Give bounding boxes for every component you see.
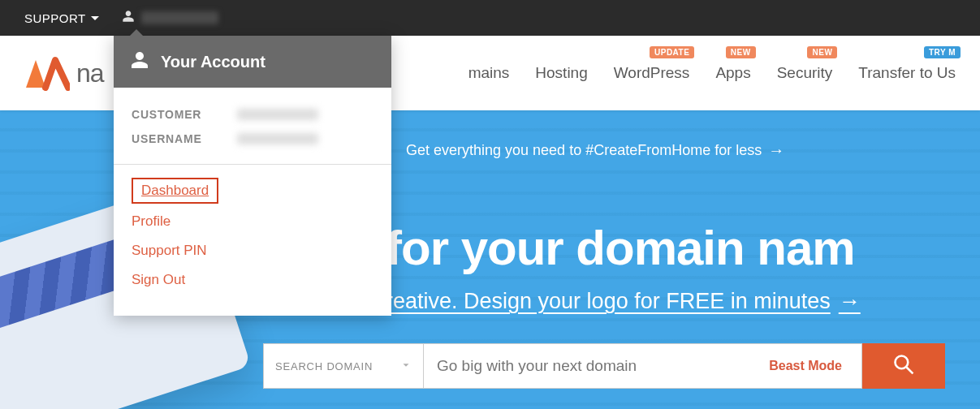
dropdown-menu: Dashboard Profile Support PIN Sign Out <box>114 165 391 316</box>
topbar: SUPPORT <box>0 0 980 36</box>
chevron-down-icon <box>400 359 412 373</box>
customer-label: CUSTOMER <box>132 108 237 121</box>
menu-support-pin[interactable]: Support PIN <box>132 236 373 265</box>
support-label: SUPPORT <box>24 11 86 25</box>
badge-update: UPDATE <box>650 46 694 58</box>
nav-item-domains[interactable]: mains <box>468 64 510 82</box>
caret-down-icon <box>91 16 99 20</box>
dropdown-arrow-icon <box>130 29 143 36</box>
search-button[interactable] <box>862 343 945 389</box>
account-dropdown: Your Account CUSTOMER USERNAME Dashboard… <box>114 36 391 316</box>
logo[interactable]: na <box>24 55 104 91</box>
promo-text: Get everything you need to #CreateFromHo… <box>406 142 762 159</box>
badge-new: NEW <box>726 46 756 58</box>
user-menu-trigger[interactable] <box>122 10 218 26</box>
hero-subline-text: reative. Design your logo for FREE in mi… <box>386 289 831 314</box>
search-dropdown-label: SEARCH DOMAIN <box>275 360 373 372</box>
menu-sign-out[interactable]: Sign Out <box>132 265 373 295</box>
logo-text: na <box>76 58 104 88</box>
svg-point-0 <box>896 356 909 369</box>
nav-items: mains Hosting UPDATE WordPress NEW Apps … <box>468 64 956 82</box>
user-icon <box>130 50 149 73</box>
dropdown-title: Your Account <box>161 53 266 71</box>
badge-try: TRY M <box>924 46 961 58</box>
search-input[interactable] <box>437 357 729 375</box>
nav-item-transfer[interactable]: TRY M Transfer to Us <box>858 64 956 82</box>
nav-item-wordpress[interactable]: UPDATE WordPress <box>614 64 690 82</box>
search-type-dropdown[interactable]: SEARCH DOMAIN <box>263 343 424 389</box>
arrow-right-icon: → <box>839 289 861 314</box>
hero-subline-link[interactable]: reative. Design your logo for FREE in mi… <box>386 289 861 314</box>
nav-item-apps[interactable]: NEW Apps <box>715 64 750 82</box>
arrow-right-icon: → <box>768 141 784 160</box>
promo-bar[interactable]: Get everything you need to #CreateFromHo… <box>406 141 784 160</box>
customer-value-redacted <box>237 109 318 120</box>
support-menu[interactable]: SUPPORT <box>24 11 99 25</box>
customer-row: CUSTOMER <box>132 102 373 127</box>
domain-search: SEARCH DOMAIN Beast Mode <box>263 343 945 389</box>
svg-line-1 <box>907 368 913 374</box>
user-icon <box>122 10 135 26</box>
username-value-redacted <box>237 133 318 144</box>
badge-new: NEW <box>807 46 837 58</box>
menu-profile[interactable]: Profile <box>132 207 373 236</box>
hero-headline: for your domain nam <box>386 220 855 276</box>
account-info: CUSTOMER USERNAME <box>114 88 391 165</box>
beast-mode-link[interactable]: Beast Mode <box>769 359 842 373</box>
menu-dashboard[interactable]: Dashboard <box>132 178 218 204</box>
nav-item-security[interactable]: NEW Security <box>777 64 833 82</box>
username-label: USERNAME <box>132 132 237 145</box>
dropdown-header: Your Account <box>114 36 391 88</box>
logo-mark-icon <box>24 55 70 91</box>
search-icon <box>892 353 915 379</box>
username-redacted <box>141 11 218 24</box>
username-row: USERNAME <box>132 127 373 151</box>
search-input-wrap: Beast Mode <box>424 343 862 389</box>
nav-item-hosting[interactable]: Hosting <box>535 64 587 82</box>
